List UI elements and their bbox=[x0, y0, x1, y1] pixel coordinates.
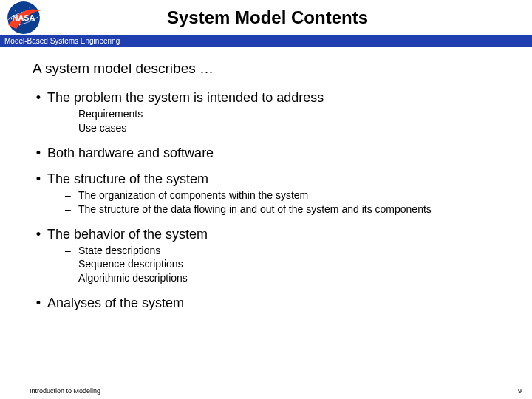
sub-bullet-text: Requirements bbox=[78, 107, 143, 121]
bullet-text: The behavior of the system bbox=[47, 227, 208, 242]
sub-bullet-text: Use cases bbox=[78, 121, 126, 135]
bullet-text: The problem the system is intended to ad… bbox=[47, 90, 324, 106]
svg-text:NASA: NASA bbox=[13, 13, 35, 22]
footer-left: Introduction to Modeling bbox=[30, 387, 100, 395]
bullet-text: Analyses of the system bbox=[47, 296, 184, 311]
sub-bullet-text: The organization of components within th… bbox=[78, 188, 308, 202]
list-item: •Analyses of the system bbox=[30, 296, 517, 311]
svg-point-3 bbox=[30, 7, 30, 8]
slide-footer: Introduction to Modeling 9 bbox=[0, 387, 532, 395]
bullet-text: Both hardware and software bbox=[47, 146, 214, 161]
svg-point-5 bbox=[19, 24, 20, 25]
sub-bullet-text: Sequence descriptions bbox=[78, 257, 183, 271]
list-item: •The behavior of the system –State descr… bbox=[30, 227, 517, 286]
page-number: 9 bbox=[518, 387, 522, 395]
slide-title: System Model Contents bbox=[44, 7, 532, 28]
subtitle-bar: Model-Based Systems Engineering bbox=[0, 35, 532, 47]
list-item: •Both hardware and software bbox=[30, 146, 517, 161]
list-item: •The problem the system is intended to a… bbox=[30, 90, 517, 135]
slide-header: NASA System Model Contents bbox=[0, 0, 532, 35]
bullet-list: •The problem the system is intended to a… bbox=[30, 90, 517, 311]
sub-bullet-text: Algorithmic descriptions bbox=[78, 271, 188, 285]
nasa-logo-icon: NASA bbox=[3, 1, 44, 35]
intro-text: A system model describes … bbox=[33, 61, 517, 77]
svg-point-2 bbox=[15, 10, 16, 11]
sub-bullet-text: The structure of the data flowing in and… bbox=[78, 202, 432, 216]
bullet-text: The structure of the system bbox=[47, 171, 208, 187]
sub-bullet-text: State descriptions bbox=[78, 244, 160, 258]
slide-body: A system model describes … •The problem … bbox=[0, 47, 532, 311]
list-item: •The structure of the system –The organi… bbox=[30, 171, 517, 216]
